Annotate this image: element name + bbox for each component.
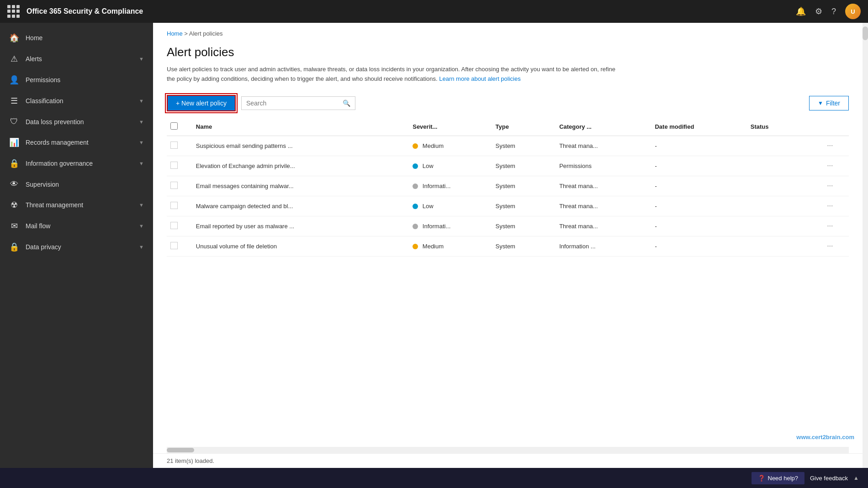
items-loaded-text: 21 item(s) loaded. xyxy=(167,457,214,464)
sidebar-item-supervision[interactable]: 👁 Supervision xyxy=(0,174,153,194)
table-row[interactable]: Unusual volume of file deletion Medium S… xyxy=(167,236,849,256)
col-header-type[interactable]: Type xyxy=(492,118,556,136)
sidebar-item-mail-flow[interactable]: ✉ Mail flow ▼ xyxy=(0,215,153,236)
sidebar-item-threat-management[interactable]: ☢ Threat management ▼ xyxy=(0,194,153,215)
row-date-4: - xyxy=(651,216,746,236)
table-row[interactable]: Suspicious email sending patterns ... Me… xyxy=(167,136,849,156)
row-more-button-0[interactable]: ··· xyxy=(827,142,833,149)
row-more-button-2[interactable]: ··· xyxy=(827,182,833,189)
table-row[interactable]: Email reported by user as malware ... In… xyxy=(167,216,849,236)
col-header-status[interactable]: Status xyxy=(747,118,823,136)
gear-icon[interactable]: ⚙ xyxy=(815,6,822,16)
row-date-0: - xyxy=(651,136,746,156)
sidebar-item-permissions[interactable]: 👤 Permissions xyxy=(0,69,153,90)
row-more-button-3[interactable]: ··· xyxy=(827,202,833,210)
row-name-3: Malware campaign detected and bl... xyxy=(192,196,409,216)
row-more-button-4[interactable]: ··· xyxy=(827,222,833,230)
sidebar-label-mail-flow: Mail flow xyxy=(26,222,132,230)
row-checkbox-0[interactable] xyxy=(170,142,178,149)
row-status-1 xyxy=(747,156,823,176)
sidebar-label-data-privacy: Data privacy xyxy=(26,243,132,251)
row-checkbox-2[interactable] xyxy=(170,182,178,189)
mail-flow-icon: ✉ xyxy=(9,221,19,231)
row-checkbox-5[interactable] xyxy=(170,242,178,249)
sidebar-item-home[interactable]: 🏠 Home xyxy=(0,27,153,48)
new-alert-policy-button[interactable]: + New alert policy xyxy=(167,95,236,111)
sidebar-item-alerts[interactable]: ⚠ Alerts ▼ xyxy=(0,48,153,69)
data-privacy-icon: 🔒 xyxy=(9,242,19,252)
breadcrumb-home[interactable]: Home xyxy=(167,30,183,37)
row-checkbox-3[interactable] xyxy=(170,202,178,209)
row-status-0 xyxy=(747,136,823,156)
row-date-2: - xyxy=(651,176,746,196)
sidebar-label-supervision: Supervision xyxy=(26,181,144,188)
sidebar-item-info-governance[interactable]: 🔒 Information governance ▼ xyxy=(0,153,153,174)
row-category-2: Threat mana... xyxy=(556,176,651,196)
chevron-down-icon: ▼ xyxy=(139,119,144,125)
col-header-date[interactable]: Date modified xyxy=(651,118,746,136)
avatar[interactable]: U xyxy=(845,4,861,19)
row-severity-1: Low xyxy=(409,156,492,176)
topbar: Office 365 Security & Compliance 🔔 ⚙ ? U xyxy=(0,0,868,23)
permissions-icon: 👤 xyxy=(9,75,19,85)
row-type-2: System xyxy=(492,176,556,196)
threat-mgmt-icon: ☢ xyxy=(9,200,19,210)
horizontal-scrollbar-thumb[interactable] xyxy=(167,448,194,452)
topbar-actions: 🔔 ⚙ ? U xyxy=(796,4,861,19)
sidebar-label-classification: Classification xyxy=(26,97,132,105)
info-governance-icon: 🔒 xyxy=(9,158,19,168)
row-type-0: System xyxy=(492,136,556,156)
row-name-5: Unusual volume of file deletion xyxy=(192,236,409,256)
table-row[interactable]: Malware campaign detected and bl... Low … xyxy=(167,196,849,216)
row-category-0: Threat mana... xyxy=(556,136,651,156)
chevron-up-icon[interactable]: ▲ xyxy=(853,475,859,481)
help-icon[interactable]: ? xyxy=(831,7,836,16)
sidebar-item-records[interactable]: 📊 Records management ▼ xyxy=(0,132,153,153)
home-icon: 🏠 xyxy=(9,33,19,43)
row-date-3: - xyxy=(651,196,746,216)
row-status-4 xyxy=(747,216,823,236)
row-checkbox-1[interactable] xyxy=(170,162,178,169)
row-status-5 xyxy=(747,236,823,256)
sidebar-nav: 🏠 Home ⚠ Alerts ▼ 👤 Permissions ☰ Classi… xyxy=(0,23,153,262)
row-severity-5: Medium xyxy=(409,236,492,256)
filter-icon: ▼ xyxy=(818,100,823,106)
select-all-checkbox[interactable] xyxy=(170,122,178,130)
bell-icon[interactable]: 🔔 xyxy=(796,6,806,16)
main-scrollbar-thumb[interactable] xyxy=(863,26,868,40)
chevron-down-icon: ▼ xyxy=(139,98,144,104)
toolbar: + New alert policy 🔍 ▼ Filter xyxy=(153,89,863,118)
col-header-name: Name xyxy=(192,118,409,136)
col-header-severity[interactable]: Severit... xyxy=(409,118,492,136)
table-row[interactable]: Elevation of Exchange admin privile... L… xyxy=(167,156,849,176)
give-feedback-button[interactable]: Give feedback xyxy=(810,475,848,482)
breadcrumb-current: Alert policies xyxy=(189,30,223,37)
page-title: Alert policies xyxy=(167,45,849,59)
search-input[interactable] xyxy=(246,100,343,107)
row-more-button-5[interactable]: ··· xyxy=(827,242,833,250)
severity-dot-icon xyxy=(413,204,418,209)
sidebar-item-classification[interactable]: ☰ Classification ▼ xyxy=(0,90,153,111)
row-severity-4: Informati... xyxy=(409,216,492,236)
learn-more-link[interactable]: Learn more about alert policies xyxy=(439,75,521,82)
row-date-1: - xyxy=(651,156,746,176)
table-container: Name Severit... Type Category ... Date m… xyxy=(153,118,863,447)
chevron-down-icon: ▼ xyxy=(139,202,144,208)
row-category-1: Permissions xyxy=(556,156,651,176)
col-header-category[interactable]: Category ... xyxy=(556,118,651,136)
horizontal-scrollbar[interactable] xyxy=(167,447,849,453)
severity-dot-icon xyxy=(413,143,418,149)
help-circle-icon: ❓ xyxy=(758,475,765,482)
need-help-button[interactable]: ❓ Need help? xyxy=(752,472,805,484)
chevron-down-icon: ▼ xyxy=(139,161,144,166)
row-checkbox-4[interactable] xyxy=(170,222,178,229)
sidebar-item-data-privacy[interactable]: 🔒 Data privacy ▼ xyxy=(0,236,153,257)
row-name-4: Email reported by user as malware ... xyxy=(192,216,409,236)
waffle-menu[interactable] xyxy=(7,5,20,18)
table-row[interactable]: Email messages containing malwar... Info… xyxy=(167,176,849,196)
sidebar-item-data-loss[interactable]: 🛡 Data loss prevention ▼ xyxy=(0,111,153,132)
main-scrollbar[interactable] xyxy=(863,23,868,468)
filter-button[interactable]: ▼ Filter xyxy=(809,96,849,110)
main-content: Home > Alert policies Alert policies Use… xyxy=(153,23,863,468)
row-more-button-1[interactable]: ··· xyxy=(827,162,833,169)
